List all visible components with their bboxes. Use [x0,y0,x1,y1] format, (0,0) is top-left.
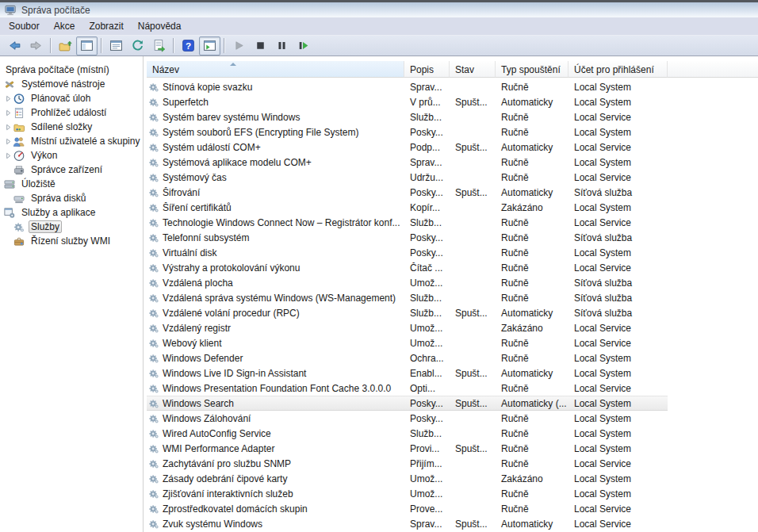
list-header: NázevPopisStavTyp spouštěníÚčet pro přih… [147,61,758,78]
service-row[interactable]: Telefonní subsystémPosky...RučněSíťová s… [147,230,668,245]
back-button[interactable] [4,36,25,55]
service-gear-icon [148,127,159,138]
sidebar-item-mistni-uzivatele-a-skupiny[interactable]: Místní uživatelé a skupiny [0,134,143,148]
menu-item-zobrazit[interactable]: Zobrazit [82,17,130,35]
service-row[interactable]: Vzdálené volání procedur (RPC)Služb...Sp… [147,305,668,320]
help-button[interactable] [178,36,199,55]
service-gear-icon [148,97,159,108]
sidebar-item-prohlizec-udalosti[interactable]: Prohlížeč událostí [0,105,143,120]
column-header-ucet-pro-prihlaseni[interactable]: Účet pro přihlášení [568,61,668,78]
forward-button[interactable] [25,36,47,55]
service-name: Zjišťování interaktivních služeb [163,488,293,499]
service-name: Systém událostí COM+ [163,142,261,153]
sidebar-item-rizeni-sluzby-wmi[interactable]: Řízení služby WMI [0,234,143,248]
sidebar-item-label: Správa počítače (místní) [3,63,112,76]
service-row[interactable]: WMI Performance AdapterProvi...Spušt...R… [147,441,668,456]
service-row[interactable]: ŠifrováníPosky...Spušt...AutomatickySíťo… [147,185,668,200]
service-row[interactable]: Vzdálená plochaUmož...RučněSíťová služba [147,275,668,290]
title-bar[interactable]: Správa počítače [0,2,758,17]
column-header-stav[interactable]: Stav [450,61,496,78]
stop-service-button[interactable] [250,36,271,55]
sidebar-item-sprava-pocitace-mistni[interactable]: Správa počítače (místní) [0,63,143,77]
service-row[interactable]: SuperfetchV prů...Spušt...AutomatickyLoc… [147,94,668,109]
start-service-button[interactable] [228,36,250,55]
sidebar-item-spravce-zarizeni[interactable]: Správce zařízení [0,163,143,177]
cell-stav: Spušt... [450,97,496,108]
restart-service-button[interactable] [293,36,314,55]
column-header-typ-spousteni[interactable]: Typ spouštění [496,61,568,78]
menu-item-akce[interactable]: Akce [47,17,82,35]
sidebar-item-systemove-nastroje[interactable]: Systémové nástroje [0,77,143,91]
export-list-button[interactable] [148,36,170,55]
sidebar-item-label: Prohlížeč událostí [29,106,109,119]
toolbar-separator [173,38,174,53]
help-icon [182,39,195,52]
cell-typ: Zakázáno [496,473,568,484]
service-row[interactable]: Windows Presentation Foundation Font Cac… [147,381,668,396]
sidebar-item-sprava-disku[interactable]: Správa disků [0,191,143,205]
expand-arrow-icon[interactable] [3,151,13,160]
cell-typ: Ručně [496,383,568,394]
expand-arrow-icon[interactable] [3,108,13,117]
expand-arrow-icon[interactable] [3,94,13,103]
service-row[interactable]: Vzdálený registrUmož...ZakázánoLocal Ser… [147,320,668,335]
service-row[interactable]: Virtuální diskPosky...RučněLocal System [147,245,668,260]
service-row[interactable]: Šíření certifikátůKopír...ZakázánoLocal … [147,200,668,215]
service-row[interactable]: Výstrahy a protokolování výkonuČítač ...… [147,260,668,275]
expand-arrow-icon[interactable] [3,122,13,132]
service-gear-icon [148,368,159,379]
cell-popis: Sprav... [404,157,450,168]
up-one-level-button[interactable] [55,36,76,55]
service-row[interactable]: Systémový časUdržu...RučněLocal Service [147,170,668,185]
service-row[interactable]: Zachytávání pro službu SNMPPřijím...Ručn… [147,456,668,471]
service-row[interactable]: Windows DefenderOchra...RučněLocal Syste… [147,350,668,366]
menu-item-napoveda[interactable]: Nápověda [131,17,189,35]
cell-popis: V prů... [404,97,450,108]
service-row[interactable]: Zvuk systému WindowsSprav...Spušt...Auto… [147,516,668,531]
cell-nazev: Technologie Windows Connect Now – Regist… [147,217,404,228]
service-name: Zvuk systému Windows [163,519,262,530]
refresh-button[interactable] [127,36,148,55]
service-row[interactable]: Stínová kopie svazkuSprav...RučněLocal S… [147,79,668,94]
sidebar-item-vykon[interactable]: Výkon [0,148,143,163]
column-header-popis[interactable]: Popis [404,61,450,78]
console-tree-icon [80,39,94,52]
sidebar-item-uloziste[interactable]: Úložiště [0,177,143,191]
service-row[interactable]: Systém událostí COM+Podp...Spušt...Autom… [147,140,668,155]
show-action-pane-button[interactable] [199,36,220,55]
expand-arrow-icon[interactable] [3,136,13,146]
service-row[interactable]: Zprostředkovatel domácích skupinProve...… [147,501,668,516]
column-header-nazev[interactable]: Název [147,61,404,78]
sidebar-item-sluzby[interactable]: Služby [0,220,143,234]
menu-item-soubor[interactable]: Soubor [2,17,47,35]
service-row[interactable]: Technologie Windows Connect Now – Regist… [147,215,668,230]
cell-nazev: Virtuální disk [147,247,404,258]
properties-button[interactable] [105,36,127,55]
cell-ucet: Síťová služba [568,187,668,198]
show-console-tree-button[interactable] [76,36,98,55]
pause-service-button[interactable] [271,36,293,55]
cell-typ: Ručně [496,503,568,515]
cell-ucet: Síťová služba [568,308,668,319]
cell-typ: Ručně [496,127,568,138]
service-row[interactable]: Systémová aplikace modelu COM+Sprav...Ru… [147,155,668,170]
cell-typ: Automaticky [496,308,568,319]
service-row[interactable]: Windows SearchPosky...Spušt...Automatick… [147,396,668,411]
toolbar [0,36,758,56]
service-row[interactable]: Windows Live ID Sign-in AssistantEnabl..… [147,366,668,381]
service-row[interactable]: Wired AutoConfig ServiceSlužb...RučněLoc… [147,426,668,441]
service-row[interactable]: Windows ZálohováníPosky...RučněLocal Sys… [147,411,668,426]
cell-popis: Služb... [404,428,450,439]
sidebar-item-sluzby-a-aplikace[interactable]: Služby a aplikace [0,205,143,220]
device-manager-icon [13,164,25,176]
service-row[interactable]: Vzdálená správa systému Windows (WS-Mana… [147,290,668,305]
service-row[interactable]: Systém souborů EFS (Encrypting File Syst… [147,124,668,140]
service-row[interactable]: Zásady odebrání čipové kartyUmož...Zakáz… [147,471,668,486]
service-row[interactable]: Systém barev systému WindowsSlužb...Ručn… [147,109,668,124]
sidebar-item-sdilene-slozky[interactable]: Sdílené složky [0,120,143,134]
service-row[interactable]: Zjišťování interaktivních služebUmož...R… [147,486,668,501]
column-header-label: Název [152,64,179,75]
service-row[interactable]: Webový klientUmož...RučněLocal Service [147,335,668,350]
cell-popis: Umož... [404,473,450,484]
sidebar-item-planovac-uloh[interactable]: Plánovač úloh [0,91,143,105]
